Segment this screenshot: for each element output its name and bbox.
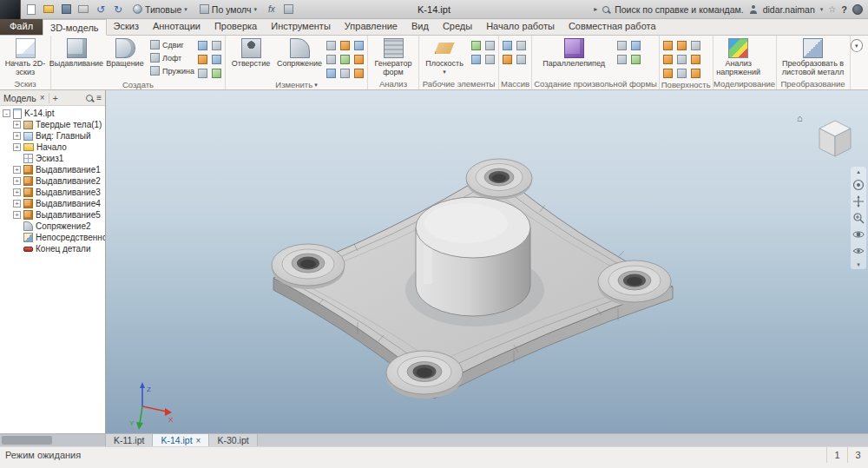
orbit-button[interactable]: [852, 228, 865, 241]
extrude-button[interactable]: Выдавливание: [53, 36, 100, 69]
import-button[interactable]: [196, 67, 209, 80]
tree-item-sketch1[interactable]: Эскиз1: [0, 153, 105, 164]
panel-create-label[interactable]: Создать: [53, 80, 223, 89]
print-button[interactable]: [76, 3, 90, 16]
hole-button[interactable]: Отверстие: [227, 36, 274, 69]
tab-collaborate[interactable]: Совместная работа: [562, 18, 663, 35]
expand-icon[interactable]: +: [13, 166, 21, 174]
repair-surface-button[interactable]: [689, 67, 702, 80]
rectangular-pattern-button[interactable]: [501, 39, 514, 52]
browser-horizontal-scrollbar[interactable]: [0, 434, 106, 446]
thread-button[interactable]: [325, 53, 338, 66]
loft-button[interactable]: Лофт: [150, 52, 194, 63]
expand-icon[interactable]: +: [13, 132, 21, 140]
move-body-button[interactable]: [352, 67, 365, 80]
decal-button[interactable]: [196, 53, 209, 66]
convert-sheet-metal-button[interactable]: Преобразовать в листовой металл: [779, 36, 848, 76]
template-dropdown[interactable]: Типовые ▾: [128, 3, 192, 16]
tree-item-extrusion3[interactable]: + Выдавливание3: [0, 187, 105, 198]
home-icon[interactable]: ⌂: [797, 113, 803, 123]
mirror-button[interactable]: [501, 53, 514, 66]
sketch-pattern-button[interactable]: [515, 53, 528, 66]
tree-item-direct-edit[interactable]: Непосредственное реда: [0, 232, 105, 243]
circular-pattern-button[interactable]: [515, 39, 528, 52]
ruled-surface-button[interactable]: [689, 53, 702, 66]
trim-button[interactable]: [689, 39, 702, 52]
sweep-button[interactable]: Сдвиг: [150, 39, 194, 50]
work-extra-button[interactable]: [483, 53, 496, 66]
collapse-icon[interactable]: -: [3, 109, 10, 117]
favorites-icon[interactable]: ☆: [828, 4, 836, 14]
fillet-button[interactable]: Сопряжение: [276, 36, 323, 69]
freeform-sphere-button[interactable]: [615, 53, 628, 66]
chevron-up-icon[interactable]: ▴: [857, 168, 860, 175]
freeform-cylinder-button[interactable]: [629, 39, 642, 52]
parameters-button[interactable]: fx: [265, 3, 279, 16]
revolve-button[interactable]: Вращение: [102, 36, 148, 69]
measure-button[interactable]: [282, 3, 296, 16]
close-icon[interactable]: ×: [40, 93, 45, 102]
extend-button[interactable]: [661, 53, 674, 66]
open-button[interactable]: [42, 3, 56, 16]
doc-tab-k11[interactable]: K-11.ipt: [106, 434, 153, 446]
tree-item-extrusion5[interactable]: + Выдавливание5: [0, 209, 105, 221]
ribbon-collapse-button[interactable]: ▾: [851, 39, 863, 52]
derive-button[interactable]: [210, 53, 223, 66]
work-axis-button[interactable]: [470, 39, 483, 52]
panel-modify-label[interactable]: Изменить ▾: [227, 80, 365, 89]
tree-item-view-main[interactable]: + Вид: Главный: [0, 130, 105, 142]
freeform-plane-button[interactable]: [615, 39, 628, 52]
tree-item-extrusion1[interactable]: + Выдавливание1: [0, 164, 105, 175]
chevron-down-icon[interactable]: ▾: [857, 261, 860, 267]
viewcube-cube[interactable]: [809, 113, 859, 163]
tree-item-solid-bodies[interactable]: + Твердые тела(1): [0, 119, 105, 130]
tab-view[interactable]: Вид: [404, 18, 436, 35]
tab-3d-model[interactable]: 3D-модель: [43, 19, 106, 36]
chevron-down-icon[interactable]: ▾: [820, 6, 824, 13]
tree-item-origin[interactable]: + Начало: [0, 142, 105, 153]
tab-manage[interactable]: Управление: [338, 18, 404, 35]
tab-environments[interactable]: Среды: [436, 18, 479, 35]
stress-analysis-button[interactable]: Анализ напряжений: [715, 36, 762, 76]
draft-button[interactable]: [352, 39, 365, 52]
tree-item-extrusion4[interactable]: + Выдавливание4: [0, 198, 105, 209]
expand-icon[interactable]: +: [13, 200, 21, 208]
freeform-box-button[interactable]: Параллелепипед: [534, 36, 614, 69]
add-browser-icon[interactable]: +: [49, 93, 58, 103]
help-button[interactable]: ?: [841, 4, 847, 15]
combine-button[interactable]: [339, 53, 352, 66]
doc-tab-k14[interactable]: K-14.ipt ×: [153, 434, 209, 446]
shell-button[interactable]: [339, 39, 352, 52]
viewport-3d[interactable]: Z X Y ⌂ ▴: [106, 90, 868, 433]
tab-annotations[interactable]: Аннотации: [146, 18, 207, 35]
rib-button[interactable]: [210, 39, 223, 52]
browser-menu-icon[interactable]: ≡: [96, 93, 102, 102]
thicken-button[interactable]: [352, 53, 365, 66]
freeform-quad-button[interactable]: [629, 53, 642, 66]
browser-search-icon[interactable]: [86, 95, 93, 102]
chamfer-button[interactable]: [325, 39, 338, 52]
viewcube[interactable]: ⌂: [797, 113, 859, 165]
tree-item-extrusion2[interactable]: + Выдавливание2: [0, 175, 105, 187]
expand-icon[interactable]: +: [13, 143, 21, 151]
scrollbar-thumb[interactable]: [2, 436, 52, 445]
ucs-button[interactable]: [470, 53, 483, 66]
work-point-button[interactable]: [483, 39, 496, 52]
user-name[interactable]: didar.naiman: [763, 4, 815, 15]
offset-surface-button[interactable]: [661, 67, 674, 80]
pan-button[interactable]: [852, 195, 865, 208]
expand-icon[interactable]: +: [13, 188, 21, 196]
boundary-patch-button[interactable]: [675, 67, 688, 80]
tab-get-started[interactable]: Начало работы: [479, 18, 562, 35]
screencast-icon[interactable]: [852, 4, 863, 15]
look-at-button[interactable]: [852, 245, 865, 257]
help-search-label[interactable]: Поиск по справке и командам.: [615, 4, 743, 15]
tree-item-fillet2[interactable]: Сопряжение2: [0, 221, 105, 232]
emboss-button[interactable]: [196, 39, 209, 52]
tab-tools[interactable]: Инструменты: [264, 18, 338, 35]
tab-sketch[interactable]: Эскиз: [107, 18, 146, 35]
unwrap-button[interactable]: [210, 67, 223, 80]
split-button[interactable]: [325, 67, 338, 80]
start-2d-sketch-button[interactable]: Начать 2D-эскиз: [2, 36, 49, 76]
zoom-button[interactable]: [852, 212, 865, 224]
